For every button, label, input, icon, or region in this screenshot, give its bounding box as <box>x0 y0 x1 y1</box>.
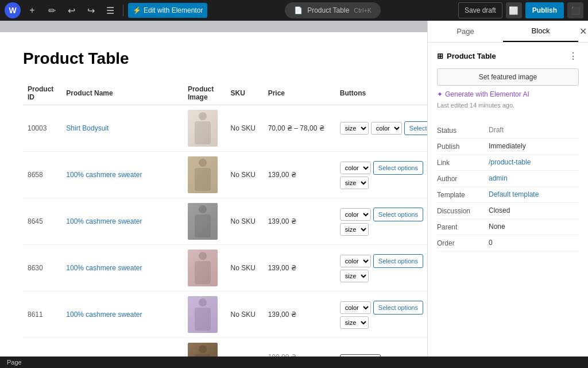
canvas-inner: Product Table ProductID Product Name Pro… <box>0 32 427 356</box>
cell-sku: No SKU <box>226 292 264 338</box>
table-row: 8645100% cashmere sweaterNo SKU139,00 ₴c… <box>23 198 427 245</box>
meta-template-value[interactable]: Default template <box>489 190 579 198</box>
cell-price: 139,00 ₴ <box>264 198 335 245</box>
cell-name[interactable]: 100% cashmere sweater <box>61 292 183 338</box>
meta-order-value[interactable]: 0 <box>489 239 579 247</box>
select-options-button[interactable]: Select options <box>373 208 423 221</box>
select-options-button[interactable]: Select options <box>404 121 427 135</box>
cell-name[interactable]: 100% cashmere sweater <box>61 198 183 245</box>
color-select[interactable]: color <box>371 122 402 135</box>
color-select[interactable]: color <box>340 255 371 267</box>
cell-buttons: colorSelect optionssize <box>335 198 427 245</box>
product-link[interactable]: 100% cashmere sweater <box>66 310 142 319</box>
meta-parent-value[interactable]: None <box>489 223 579 231</box>
table-row: 8611100% cashmere sweaterNo SKU139,00 ₴c… <box>23 292 427 338</box>
preview-button[interactable]: ⬜ <box>506 2 522 18</box>
wp-logo: W <box>5 2 21 18</box>
cell-sku: No SKU <box>226 198 264 245</box>
product-link[interactable]: 100% cashmere sweater <box>66 171 142 179</box>
history-button[interactable]: ☰ <box>102 2 118 18</box>
meta-link-value[interactable]: /product-table <box>489 158 579 166</box>
size-select[interactable]: size <box>340 177 369 189</box>
col-header-id: ProductID <box>23 82 61 105</box>
undo-button[interactable]: ↩ <box>63 2 79 18</box>
save-draft-button[interactable]: Save draft <box>458 2 502 18</box>
tab-block[interactable]: Block <box>503 21 578 42</box>
set-featured-image-button[interactable]: Set featured image <box>437 68 579 86</box>
buttons-container: sizecolorSelect options <box>340 121 427 135</box>
col-header-sku: SKU <box>226 82 264 105</box>
cell-price: 70,00 ₴ – 78,00 ₴ <box>264 105 335 152</box>
status-bar: Page <box>0 356 588 368</box>
col-header-name: Product Name <box>61 82 183 105</box>
sidebar-meta-section: Status Draft Publish Immediately Link /p… <box>428 116 588 258</box>
cell-image <box>183 338 226 357</box>
generate-ai-link[interactable]: ✦ Generate with Elementor AI <box>437 90 579 98</box>
main-area: Product Table ProductID Product Name Pro… <box>0 21 588 356</box>
size-select[interactable]: size <box>340 122 369 135</box>
meta-publish-value[interactable]: Immediately <box>489 142 579 150</box>
select-options-button[interactable]: Select options <box>373 161 423 175</box>
widget-menu-button[interactable]: ⋮ <box>567 49 579 63</box>
product-link[interactable]: Shirt Bodysuit <box>66 124 109 132</box>
meta-publish-label: Publish <box>437 142 489 151</box>
size-select[interactable]: size <box>340 316 369 329</box>
cell-sku: No SKU <box>226 338 264 357</box>
separator-1 <box>123 5 123 16</box>
edit-button[interactable]: ✏ <box>44 2 60 18</box>
tab-page[interactable]: Page <box>428 21 503 42</box>
color-select[interactable]: color <box>340 208 371 221</box>
meta-author-value[interactable]: admin <box>489 174 579 182</box>
topbar: W + ✏ ↩ ↪ ☰ ⚡ Edit with Elementor 📄 Prod… <box>0 0 588 21</box>
select-options-button[interactable]: Select options <box>373 301 423 315</box>
buttons-container: colorSelect optionssize <box>340 254 427 282</box>
widget-title: ⊞ Product Table <box>437 52 496 60</box>
page-title: Product Table <box>23 49 427 68</box>
meta-author-label: Author <box>437 174 489 183</box>
widget-icon: ⊞ <box>437 52 443 60</box>
col-header-buttons: Buttons <box>335 82 427 105</box>
cell-buttons: colorSelect optionssize <box>335 152 427 198</box>
page-pill-button[interactable]: 📄 Product Table Ctrl+K <box>285 2 381 18</box>
meta-status: Status Draft <box>437 122 579 139</box>
meta-status-label: Status <box>437 126 489 135</box>
shortcut-label: Ctrl+K <box>354 7 372 14</box>
settings-toggle-button[interactable]: ⬛ <box>567 2 583 18</box>
meta-template: Template Default template <box>437 187 579 203</box>
redo-button[interactable]: ↪ <box>83 2 99 18</box>
publish-button[interactable]: Publish <box>525 2 564 18</box>
cell-sku: No SKU <box>226 152 264 198</box>
meta-discussion-value[interactable]: Closed <box>489 206 579 214</box>
color-select[interactable]: color <box>340 301 371 314</box>
meta-link-label: Link <box>437 158 489 167</box>
product-link[interactable]: 100% cashmere sweater <box>66 264 142 272</box>
color-select[interactable]: color <box>340 162 371 174</box>
meta-order: Order 0 <box>437 235 579 251</box>
cell-name[interactable]: Shirt Bodysuit <box>61 105 183 152</box>
select-options-button[interactable]: Select options <box>373 254 423 268</box>
cell-image <box>183 198 226 245</box>
meta-author: Author admin <box>437 171 579 187</box>
cell-name[interactable]: ALDO Frappe 2 pack <box>61 338 183 357</box>
buttons-container: colorSelect optionssize <box>340 161 427 189</box>
product-link[interactable]: 100% cashmere sweater <box>66 217 142 225</box>
cell-id: 8596 <box>23 338 61 357</box>
cell-sku: No SKU <box>226 105 264 152</box>
cell-image <box>183 152 226 198</box>
size-select[interactable]: size <box>340 223 369 236</box>
size-select[interactable]: size <box>340 270 369 282</box>
cell-name[interactable]: 100% cashmere sweater <box>61 245 183 292</box>
canvas-area: Product Table ProductID Product Name Pro… <box>0 21 427 356</box>
meta-order-label: Order <box>437 239 489 247</box>
cell-name[interactable]: 100% cashmere sweater <box>61 152 183 198</box>
edit-with-elementor-button[interactable]: ⚡ Edit with Elementor <box>128 3 207 18</box>
meta-status-value[interactable]: Draft <box>489 126 579 134</box>
cell-price: 139,00 ₴ <box>264 152 335 198</box>
status-label: Page <box>7 359 22 366</box>
meta-discussion-label: Discussion <box>437 206 489 215</box>
add-button[interactable]: + <box>24 2 40 18</box>
cell-id: 8630 <box>23 245 61 292</box>
cell-id: 8658 <box>23 152 61 198</box>
sidebar-close-button[interactable]: ✕ <box>578 21 588 42</box>
cell-price: 100,00 ₴90,00 ₴ <box>264 338 335 357</box>
